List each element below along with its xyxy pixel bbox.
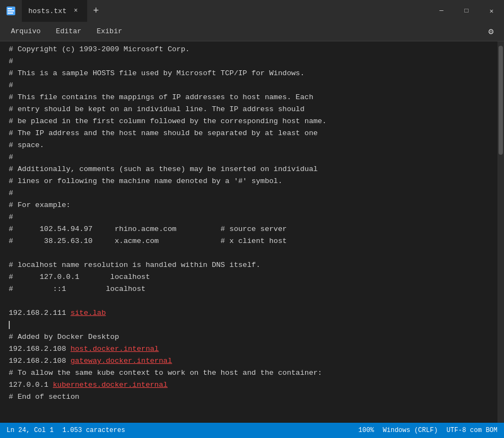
tab-close-button[interactable]: × <box>71 6 81 16</box>
line-text-22 <box>9 295 13 307</box>
menu-editar[interactable]: Editar <box>50 25 88 38</box>
title-bar: hosts.txt × + ─ □ ✕ <box>0 0 504 22</box>
menu-arquivo[interactable]: Arquivo <box>4 25 47 38</box>
line-text-23: 192.168.2.111 <box>9 309 70 317</box>
line-text-4: # <box>9 80 13 92</box>
link-23[interactable]: site.lab <box>70 309 106 317</box>
line-text-29: 127.0.0.1 <box>9 381 53 389</box>
line-13: # <box>9 187 489 199</box>
line-8: # The IP address and the host name shoul… <box>9 127 489 139</box>
encoding: UTF-8 com BOM <box>446 427 497 434</box>
line-text-12: # lines or following the machine name de… <box>9 175 282 187</box>
char-count: 1.053 caracteres <box>62 427 125 434</box>
svg-rect-2 <box>8 10 14 11</box>
line-23: 192.168.2.111 site.lab <box>9 307 489 319</box>
line-text-21: # ::1 localhost <box>9 283 145 295</box>
line-ending: Windows (CRLF) <box>383 427 438 434</box>
window-controls: ─ □ ✕ <box>429 0 504 22</box>
line-10: # <box>9 151 489 163</box>
line-30: # End of section <box>9 391 489 403</box>
line-text-30: # End of section <box>9 391 80 403</box>
editor-content[interactable]: # Copyright (c) 1993-2009 Microsoft Corp… <box>0 41 497 423</box>
line-26: 192.168.2.108 host.docker.internal <box>9 343 489 355</box>
line-text-28: # To allow the same kube context to work… <box>9 367 322 379</box>
line-text-15: # <box>9 211 13 223</box>
active-tab[interactable]: hosts.txt × <box>22 0 87 22</box>
line-text-16: # 102.54.94.97 rhino.acme.com # source s… <box>9 223 287 235</box>
line-20: # 127.0.0.1 localhost <box>9 271 489 283</box>
line-17: # 38.25.63.10 x.acme.com # x client host <box>9 235 489 247</box>
close-button[interactable]: ✕ <box>479 0 504 22</box>
line-25: # Added by Docker Desktop <box>9 331 489 343</box>
settings-button[interactable]: ⚙ <box>482 23 500 40</box>
link-26[interactable]: host.docker.internal <box>70 345 159 353</box>
line-22 <box>9 295 489 307</box>
line-text-25: # Added by Docker Desktop <box>9 331 119 343</box>
line-text-27: 192.168.2.108 <box>9 357 70 365</box>
app-icon <box>0 0 22 22</box>
line-text-26: 192.168.2.108 <box>9 345 70 353</box>
title-bar-left: hosts.txt × + <box>0 0 429 22</box>
line-text-14: # For example: <box>9 199 70 211</box>
svg-rect-3 <box>8 13 13 14</box>
line-text-18 <box>9 247 13 259</box>
editor-container: # Copyright (c) 1993-2009 Microsoft Corp… <box>0 41 504 423</box>
zoom-level: 100% <box>359 427 374 434</box>
line-1: # Copyright (c) 1993-2009 Microsoft Corp… <box>9 44 489 56</box>
tab-title: hosts.txt <box>28 7 66 15</box>
minimize-button[interactable]: ─ <box>429 0 454 22</box>
line-text-7: # be placed in the first column followed… <box>9 115 326 127</box>
line-text-10: # <box>9 151 13 163</box>
line-21: # ::1 localhost <box>9 283 489 295</box>
line-text-17: # 38.25.63.10 x.acme.com # x client host <box>9 235 287 247</box>
line-text-20: # 127.0.0.1 localhost <box>9 271 150 283</box>
line-9: # space. <box>9 139 489 151</box>
line-11: # Additionally, comments (such as these)… <box>9 163 489 175</box>
line-text-1: # Copyright (c) 1993-2009 Microsoft Corp… <box>9 44 190 56</box>
line-6: # entry should be kept on an individual … <box>9 104 489 115</box>
line-15: # <box>9 211 489 223</box>
maximize-button[interactable]: □ <box>454 0 479 22</box>
gear-icon: ⚙ <box>488 26 494 37</box>
line-text-8: # The IP address and the host name shoul… <box>9 127 318 139</box>
link-27[interactable]: gateway.docker.internal <box>70 357 172 365</box>
line-29: 127.0.0.1 kubernetes.docker.internal <box>9 379 489 391</box>
line-5: # This file contains the mappings of IP … <box>9 92 489 104</box>
scrollbar[interactable] <box>497 41 504 423</box>
line-2: # <box>9 56 489 68</box>
line-text-11: # Additionally, comments (such as these)… <box>9 163 318 175</box>
scrollbar-thumb[interactable] <box>499 46 503 155</box>
line-16: # 102.54.94.97 rhino.acme.com # source s… <box>9 223 489 235</box>
line-text-2: # <box>9 56 13 68</box>
menu-bar: Arquivo Editar Exibir ⚙ <box>0 22 504 41</box>
line-24 <box>9 319 489 331</box>
line-18 <box>9 247 489 259</box>
line-4: # <box>9 80 489 92</box>
line-text-13: # <box>9 187 13 199</box>
link-29[interactable]: kubernetes.docker.internal <box>53 381 168 389</box>
line-text-9: # space. <box>9 139 44 151</box>
line-text-6: # entry should be kept on an individual … <box>9 104 305 115</box>
line-28: # To allow the same kube context to work… <box>9 367 489 379</box>
line-12: # lines or following the machine name de… <box>9 175 489 187</box>
svg-rect-1 <box>8 8 12 9</box>
status-bar: Ln 24, Col 1 1.053 caracteres 100% Windo… <box>0 423 504 438</box>
line-text-5: # This file contains the mappings of IP … <box>9 92 313 104</box>
line-19: # localhost name resolution is handled w… <box>9 259 489 271</box>
line-text-3: # This is a sample HOSTS file used by Mi… <box>9 68 305 80</box>
line-3: # This is a sample HOSTS file used by Mi… <box>9 68 489 80</box>
line-14: # For example: <box>9 199 489 211</box>
menu-exibir[interactable]: Exibir <box>90 25 129 38</box>
line-7: # be placed in the first column followed… <box>9 115 489 127</box>
new-tab-button[interactable]: + <box>87 2 105 20</box>
text-cursor <box>9 321 10 329</box>
line-27: 192.168.2.108 gateway.docker.internal <box>9 355 489 367</box>
cursor-position: Ln 24, Col 1 <box>7 427 53 434</box>
line-text-19: # localhost name resolution is handled w… <box>9 259 260 271</box>
code-area: # Copyright (c) 1993-2009 Microsoft Corp… <box>0 44 497 403</box>
